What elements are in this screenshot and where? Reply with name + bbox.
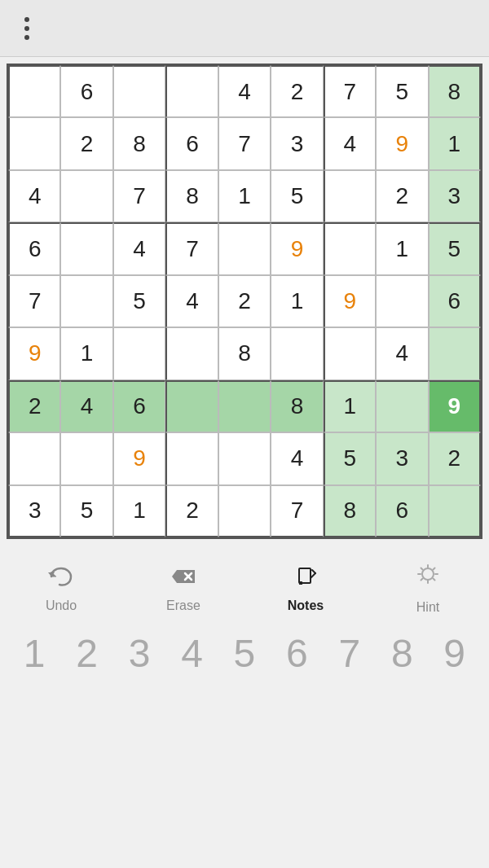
cell-3-0[interactable]: 6 — [8, 222, 60, 274]
cell-7-4[interactable] — [218, 432, 271, 484]
cell-1-5[interactable]: 3 — [271, 117, 323, 169]
cell-5-0[interactable]: 9 — [8, 327, 60, 379]
cell-3-4[interactable] — [218, 222, 271, 274]
numpad-key-8[interactable]: 8 — [380, 631, 425, 676]
cell-7-8[interactable]: 2 — [429, 432, 481, 484]
cell-2-0[interactable]: 4 — [8, 170, 60, 222]
cell-7-3[interactable] — [165, 432, 218, 484]
cell-0-1[interactable]: 6 — [60, 65, 112, 117]
cell-8-6[interactable]: 8 — [324, 485, 376, 537]
cell-1-3[interactable]: 6 — [165, 117, 218, 169]
cell-8-0[interactable]: 3 — [8, 485, 60, 537]
cell-2-8[interactable]: 3 — [429, 170, 481, 222]
cell-3-6[interactable] — [324, 222, 376, 274]
cell-8-4[interactable] — [218, 485, 271, 537]
cell-7-1[interactable] — [60, 432, 112, 484]
cell-3-7[interactable]: 1 — [376, 222, 428, 274]
cell-6-1[interactable]: 4 — [60, 380, 112, 432]
menu-button[interactable] — [16, 9, 37, 48]
cell-6-2[interactable]: 6 — [113, 380, 165, 432]
cell-0-7[interactable]: 5 — [376, 65, 428, 117]
cell-1-2[interactable]: 8 — [113, 117, 165, 169]
cell-2-3[interactable]: 8 — [165, 170, 218, 222]
cell-1-8[interactable]: 1 — [429, 117, 481, 169]
cell-4-6[interactable]: 9 — [324, 275, 376, 327]
cell-5-1[interactable]: 1 — [60, 327, 112, 379]
cell-2-4[interactable]: 1 — [218, 170, 271, 222]
cell-2-5[interactable]: 5 — [271, 170, 323, 222]
cell-7-6[interactable]: 5 — [324, 432, 376, 484]
cell-1-7[interactable]: 9 — [376, 117, 428, 169]
cell-6-0[interactable]: 2 — [8, 380, 60, 432]
cell-4-5[interactable]: 1 — [271, 275, 323, 327]
cell-7-5[interactable]: 4 — [271, 432, 323, 484]
cell-4-0[interactable]: 7 — [8, 275, 60, 327]
hint-icon — [415, 563, 441, 595]
cell-6-5[interactable]: 8 — [271, 380, 323, 432]
cell-6-3[interactable] — [165, 380, 218, 432]
cell-1-1[interactable]: 2 — [60, 117, 112, 169]
cell-5-3[interactable] — [165, 327, 218, 379]
cell-5-6[interactable] — [324, 327, 376, 379]
cell-6-7[interactable] — [376, 380, 428, 432]
cell-0-3[interactable] — [165, 65, 218, 117]
cell-4-7[interactable] — [376, 275, 428, 327]
cell-6-4[interactable] — [218, 380, 271, 432]
cell-5-5[interactable] — [271, 327, 323, 379]
grid-container: 6427582867349147815236479157542196918424… — [0, 57, 489, 539]
cell-4-3[interactable]: 4 — [165, 275, 218, 327]
cell-8-3[interactable]: 2 — [165, 485, 218, 537]
cell-3-5[interactable]: 9 — [271, 222, 323, 274]
cell-8-5[interactable]: 7 — [271, 485, 323, 537]
numpad-key-3[interactable]: 3 — [117, 631, 162, 676]
cell-2-6[interactable] — [324, 170, 376, 222]
controls-bar: Undo Erase Notes Hint — [0, 539, 489, 623]
numpad-key-1[interactable]: 1 — [12, 631, 57, 676]
cell-2-1[interactable] — [60, 170, 112, 222]
cell-3-3[interactable]: 7 — [165, 222, 218, 274]
cell-1-0[interactable] — [8, 117, 60, 169]
cell-8-2[interactable]: 1 — [113, 485, 165, 537]
cell-2-2[interactable]: 7 — [113, 170, 165, 222]
menu-dot — [24, 26, 29, 31]
cell-0-4[interactable]: 4 — [218, 65, 271, 117]
notes-button[interactable]: Notes — [265, 565, 346, 613]
cell-0-6[interactable]: 7 — [324, 65, 376, 117]
cell-5-7[interactable]: 4 — [376, 327, 428, 379]
cell-4-1[interactable] — [60, 275, 112, 327]
cell-0-8[interactable]: 8 — [429, 65, 481, 117]
erase-button[interactable]: Erase — [143, 565, 224, 613]
undo-button[interactable]: Undo — [20, 565, 102, 613]
numpad-key-6[interactable]: 6 — [275, 631, 319, 676]
hint-button[interactable]: Hint — [387, 563, 469, 615]
cell-0-0[interactable] — [8, 65, 60, 117]
cell-4-8[interactable]: 6 — [429, 275, 481, 327]
cell-8-8[interactable] — [429, 485, 481, 537]
numpad-key-4[interactable]: 4 — [170, 631, 214, 676]
cell-4-2[interactable]: 5 — [113, 275, 165, 327]
cell-3-1[interactable] — [60, 222, 112, 274]
cell-0-5[interactable]: 2 — [271, 65, 323, 117]
cell-5-4[interactable]: 8 — [218, 327, 271, 379]
cell-7-7[interactable]: 3 — [376, 432, 428, 484]
numpad-key-5[interactable]: 5 — [222, 631, 267, 676]
cell-7-0[interactable] — [8, 432, 60, 484]
numpad-key-9[interactable]: 9 — [432, 631, 477, 676]
cell-4-4[interactable]: 2 — [218, 275, 271, 327]
cell-7-2[interactable]: 9 — [113, 432, 165, 484]
cell-8-7[interactable]: 6 — [376, 485, 428, 537]
cell-6-8[interactable]: 9 — [429, 380, 481, 432]
cell-2-7[interactable]: 2 — [376, 170, 428, 222]
numpad-key-7[interactable]: 7 — [327, 631, 372, 676]
cell-6-6[interactable]: 1 — [324, 380, 376, 432]
numpad-key-2[interactable]: 2 — [64, 631, 109, 676]
cell-3-8[interactable]: 5 — [429, 222, 481, 274]
cell-8-1[interactable]: 5 — [60, 485, 112, 537]
cell-0-2[interactable] — [113, 65, 165, 117]
cell-1-4[interactable]: 7 — [218, 117, 271, 169]
cell-3-2[interactable]: 4 — [113, 222, 165, 274]
erase-label: Erase — [166, 598, 200, 613]
cell-5-8[interactable] — [429, 327, 481, 379]
cell-5-2[interactable] — [113, 327, 165, 379]
cell-1-6[interactable]: 4 — [324, 117, 376, 169]
